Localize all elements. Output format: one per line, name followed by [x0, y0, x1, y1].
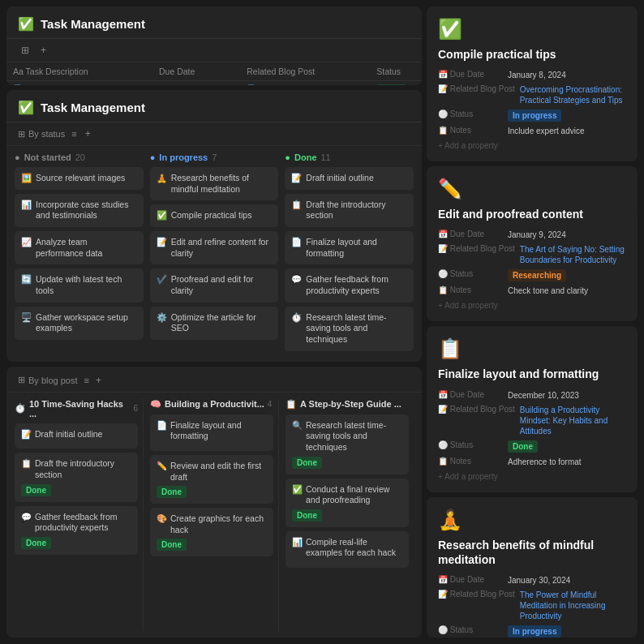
detail-status-badge: In progress — [508, 109, 561, 122]
field-label: 📋 Notes — [438, 457, 503, 466]
kanban-add-btn[interactable]: + — [82, 127, 94, 141]
detail-field: ⚪ Status In progress — [438, 109, 626, 122]
detail-field-value: January 30, 2024 — [508, 576, 570, 585]
table-header-row: Aa Task Description Due Date Related Blo… — [6, 62, 422, 81]
detail-blog-link[interactable]: Overcoming Procrastination: Practical St… — [520, 85, 623, 105]
kanban-card[interactable]: 📝 Draft initial outline — [285, 167, 414, 190]
add-property-btn[interactable]: + Add a property — [438, 141, 626, 150]
field-label: 📅 Due Date — [438, 70, 503, 79]
detail-field: ⚪ Status Done — [438, 440, 626, 453]
kanban-card[interactable]: 📋 Draft the introductory section — [285, 194, 414, 227]
kanban-card[interactable]: 📝 Edit and refine content for clarity — [150, 231, 279, 264]
detail-blog-link[interactable]: The Art of Saying No: Setting Boundaries… — [520, 245, 625, 264]
blog-card-icon: 🔍 — [292, 420, 303, 453]
kanban-card-icon: 🔄 — [21, 274, 32, 286]
detail-field: 📅 Due Date December 10, 2023 — [438, 390, 626, 401]
col-status: Status — [370, 62, 422, 81]
field-label: 📝 Related Blog Post — [438, 84, 515, 93]
detail-card[interactable]: ✅ Compile practical tips 📅 Due Date Janu… — [427, 6, 638, 161]
detail-field-value: Include expert advice — [508, 127, 585, 135]
col-status-dot: ● — [285, 152, 290, 162]
card-title: Research benefits of mindful meditation — [438, 538, 626, 567]
field-value: Overcoming Procrastination: Practical St… — [520, 84, 626, 105]
detail-field: 📝 Related Blog Post Building a Productiv… — [438, 405, 626, 436]
blog-add-btn[interactable]: + — [92, 373, 105, 388]
detail-card[interactable]: 📋 Finalize layout and formatting 📅 Due D… — [427, 326, 638, 492]
blog-card[interactable]: 📄 Finalize layout and formatting — [150, 414, 273, 451]
blog-card[interactable]: ✅ Conduct a final review and proofreadin… — [286, 479, 409, 527]
detail-field: 📝 Related Blog Post The Power of Mindful… — [438, 590, 626, 621]
kanban-card[interactable]: ✅ Compile practical tips — [150, 204, 279, 227]
col-blog: Related Blog Post — [240, 62, 370, 81]
kanban-card[interactable]: 🔄 Update with latest tech tools — [15, 268, 144, 302]
blog-columns: ⏱️ 10 Time-Saving Hacks ... 6 📝 Draft in… — [6, 393, 422, 638]
blog-card-icon: ✅ — [292, 484, 303, 506]
blog-card-title: 🎨 Create graphics for each hack — [157, 513, 267, 535]
detail-card[interactable]: 🧘 Research benefits of mindful meditatio… — [427, 497, 638, 638]
field-value: Include expert advice — [508, 126, 626, 136]
kanban-card-text: Update with latest tech tools — [36, 274, 137, 296]
kanban-card[interactable]: 📄 Finalize layout and formatting — [285, 231, 414, 264]
detail-panel[interactable]: ✅ Compile practical tips 📅 Due Date Janu… — [427, 6, 638, 638]
card-icon: ✅ — [438, 18, 626, 41]
detail-blog-link[interactable]: Building a Productivity Mindset: Key Hab… — [520, 406, 608, 436]
blog-col-icon: 🧠 — [150, 399, 161, 410]
blog-view-label: By blog post — [28, 376, 78, 385]
kanban-card-text: Research benefits of mindful meditation — [171, 173, 273, 195]
field-label: 📅 Due Date — [438, 230, 503, 238]
kanban-card-text: Finalize layout and formatting — [306, 237, 407, 259]
add-property-btn[interactable]: + Add a property — [438, 301, 626, 310]
kanban-card[interactable]: 💬 Gather feedback from productivity expe… — [285, 268, 414, 302]
kanban-card[interactable]: ✔️ Proofread and edit for clarity — [150, 268, 279, 302]
kanban-card-text: Analyze team performance data — [36, 237, 137, 259]
detail-card[interactable]: ✏️ Edit and proofread content 📅 Due Date… — [427, 166, 638, 321]
kanban-card-text: Edit and refine content for clarity — [171, 237, 273, 259]
blog-column: ⏱️ 10 Time-Saving Hacks ... 6 📝 Draft in… — [15, 399, 144, 631]
blog-card[interactable]: ✏️ Review and edit the first draft Done — [150, 455, 273, 504]
detail-status-badge: Done — [508, 440, 538, 453]
kanban-card[interactable]: 🖼️ Source relevant images — [15, 167, 144, 190]
kanban-card[interactable]: ⏱️ Research latest time-saving tools and… — [285, 307, 414, 351]
kanban-card[interactable]: 🧘 Research benefits of mindful meditatio… — [150, 167, 279, 200]
blog-card-text: Draft the introductory section — [35, 458, 131, 480]
field-value: The Power of Mindful Meditation in Incre… — [520, 590, 626, 621]
kanban-column: ● In progress 7 🧘 Research benefits of m… — [150, 152, 279, 354]
detail-status-badge: Researching — [508, 269, 566, 281]
field-value: Researching — [508, 269, 626, 281]
detail-field-value: December 10, 2023 — [508, 391, 579, 400]
col-status-dot: ● — [15, 152, 20, 162]
blog-card[interactable]: 📊 Compile real-life examples for each ha… — [286, 531, 409, 568]
kanban-card[interactable]: 📈 Analyze team performance data — [15, 231, 144, 264]
blog-card-icon: 📄 — [157, 420, 167, 442]
blog-view-toggle[interactable]: ⊞ By blog post ≡ + — [6, 367, 422, 393]
kanban-view-toggle[interactable]: ⊞ By status ≡ + — [6, 122, 422, 146]
tasks-table: Aa Task Description Due Date Related Blo… — [6, 62, 422, 85]
add-view-btn[interactable]: + — [37, 43, 49, 58]
blog-card-icon: 💬 — [21, 512, 32, 534]
kanban-card-text: Incorporate case studies and testimonial… — [36, 200, 137, 221]
blog-col-label: Building a Productivit... — [165, 399, 264, 409]
table-container[interactable]: Aa Task Description Due Date Related Blo… — [6, 62, 422, 85]
table-toolbar: ⊞ + — [6, 39, 422, 62]
kanban-card[interactable]: ⚙️ Optimize the article for SEO — [150, 307, 279, 340]
blog-card-title: ✅ Conduct a final review and proofreadin… — [292, 484, 402, 506]
blog-column: 📋 A Step-by-Step Guide ... 🔍 Research la… — [286, 399, 414, 631]
blog-card-badge: Done — [21, 537, 51, 549]
grid-view-btn[interactable]: ⊞ — [18, 43, 32, 58]
blog-card[interactable]: 🎨 Create graphics for each hack Done — [150, 508, 273, 556]
card-title: Edit and proofread content — [438, 207, 626, 221]
add-property-btn[interactable]: + Add a property — [438, 472, 626, 481]
blog-card[interactable]: 🔍 Research latest time-saving tools and … — [286, 414, 409, 474]
kanban-card-text: Gather feedback from productivity expert… — [306, 274, 407, 296]
field-label: 📋 Notes — [438, 286, 503, 294]
blog-card[interactable]: 📋 Draft the introductory section Done — [15, 453, 138, 501]
detail-blog-link[interactable]: The Power of Mindful Meditation in Incre… — [520, 590, 606, 620]
blog-card[interactable]: 💬 Gather feedback from productivity expe… — [15, 506, 138, 555]
field-value: December 10, 2023 — [508, 390, 626, 401]
kanban-card[interactable]: 🖥️ Gather workspace setup examples — [15, 307, 144, 340]
kanban-card[interactable]: 📊 Incorporate case studies and testimoni… — [15, 194, 144, 227]
table-row[interactable]: 📄Finalize layout and formatting December… — [6, 81, 422, 86]
blog-col-label: A Step-by-Step Guide ... — [300, 399, 401, 409]
blog-col-count: 6 — [133, 404, 138, 413]
blog-card[interactable]: 📝 Draft initial outline — [15, 423, 138, 449]
